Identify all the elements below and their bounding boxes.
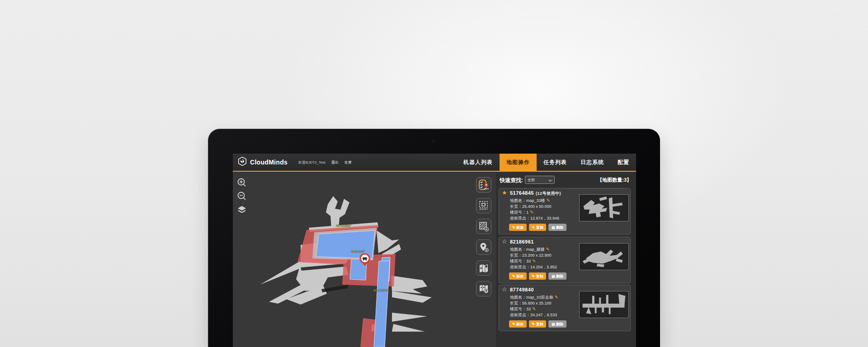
origin-field: 坐标原点：12.874，33.946 — [510, 216, 559, 221]
pencil-icon: ✎ — [512, 274, 515, 278]
tab-log-system[interactable]: 日志系统 — [574, 154, 611, 171]
map-thumbnail[interactable] — [579, 291, 629, 318]
delete-icon: ▤ — [552, 274, 555, 278]
map-name-field: 地图名：map_33楼✎ — [510, 198, 550, 204]
delete-button[interactable]: ▤删除 — [548, 224, 566, 231]
edit-pencil-icon[interactable]: ✎ — [532, 306, 536, 311]
robot-position-marker[interactable] — [359, 253, 371, 267]
pencil-icon: ✎ — [532, 322, 535, 326]
add-poi-icon[interactable] — [476, 239, 491, 255]
map-card[interactable]: ★ 51764845(12号使用中) 地图名：map_33楼✎ 长宽：25.40… — [499, 188, 631, 234]
size-field: 长宽：23.200 x 22.900 — [510, 253, 552, 258]
tab-map-operations[interactable]: 地图操作 — [500, 154, 537, 171]
logout-link[interactable]: 退出 — [331, 160, 339, 165]
map-controls — [236, 177, 247, 215]
pencil-icon: ✎ — [532, 274, 535, 278]
card-actions: ✎修改 ✎复制 ▤删除 — [509, 320, 566, 328]
edit-pencil-icon[interactable]: ✎ — [546, 247, 550, 252]
measure-region-icon[interactable] — [476, 198, 491, 213]
area-label: 40.519m² — [336, 224, 351, 228]
filter-select[interactable]: 全部 — [525, 176, 555, 184]
quick-find-label: 快速查找: — [500, 177, 523, 184]
map-canvas[interactable]: 40.519m² 8.614m² 80.215m² — [233, 173, 495, 347]
card-actions: ✎修改 ✎复制 ▤删除 — [509, 224, 566, 231]
map-thumbnail[interactable] — [579, 243, 629, 270]
floor-field: 楼层号：33✎ — [510, 306, 536, 312]
main-area: 40.519m² 8.614m² 80.215m² — [233, 173, 636, 347]
fullscreen-link[interactable]: 全屏 — [344, 160, 352, 165]
app-header: CloudMinds 欢迎BJDT2_Test 退出 全屏 机器人列表 地图操作… — [233, 154, 636, 172]
size-field: 长宽：56.600 x 25.100 — [510, 300, 552, 306]
filter-selected-value: 全部 — [528, 178, 535, 183]
star-icon[interactable]: ☆ — [502, 238, 507, 245]
map-toolbar — [476, 177, 491, 296]
edit-pencil-icon[interactable]: ✎ — [555, 295, 558, 300]
map-id: 82186961 — [510, 239, 534, 244]
star-icon[interactable]: ☆ — [502, 286, 507, 293]
delete-button[interactable]: ▤删除 — [548, 320, 566, 328]
webcam-dot — [432, 140, 435, 142]
draw-region-add-icon[interactable] — [476, 219, 491, 234]
modify-button[interactable]: ✎修改 — [509, 224, 527, 231]
map-name-field: 地图名：map_33层走廊✎ — [510, 295, 558, 300]
origin-field: 坐标原点：14.204，5.952 — [510, 264, 557, 270]
brand: CloudMinds — [237, 156, 288, 168]
modify-button[interactable]: ✎修改 — [509, 320, 527, 328]
edit-pencil-icon[interactable]: ✎ — [530, 210, 533, 215]
map-id: 51764845(12号使用中) — [510, 190, 561, 197]
map-thumbnail[interactable] — [579, 194, 629, 221]
chevron-down-icon — [548, 176, 552, 184]
size-field: 长宽：25.400 x 50.000 — [510, 204, 552, 210]
map-id: 87749840 — [510, 287, 534, 292]
origin-field: 坐标原点：34.247，8.533 — [510, 312, 557, 318]
delete-button[interactable]: ▤删除 — [548, 272, 566, 280]
map-list-panel: 快速查找: 全部 【地图数量:3】 ★ 51764845(12号使用中) 地图名… — [496, 173, 636, 347]
welcome-text: 欢迎BJDT2_Test — [298, 160, 326, 165]
delete-icon: ▤ — [552, 322, 555, 326]
map-marker-icon[interactable] — [476, 260, 491, 276]
area-label: 80.215m² — [373, 288, 389, 292]
in-use-badge: (12号使用中) — [536, 191, 561, 196]
quick-find-row: 快速查找: 全部 【地图数量:3】 — [496, 173, 636, 186]
tab-task-list[interactable]: 任务列表 — [537, 154, 574, 171]
floor-field: 楼层号：33✎ — [510, 258, 536, 264]
delete-icon: ▤ — [552, 225, 555, 230]
zoom-out-icon[interactable] — [236, 191, 247, 202]
pencil-icon: ✎ — [532, 225, 535, 230]
app-screen: CloudMinds 欢迎BJDT2_Test 退出 全屏 机器人列表 地图操作… — [233, 154, 636, 347]
zoom-in-icon[interactable] — [236, 177, 247, 188]
nav-tabs: 机器人列表 地图操作 任务列表 日志系统 配置 — [457, 154, 636, 171]
pencil-icon: ✎ — [512, 225, 515, 230]
edit-pencil-icon[interactable]: ✎ — [532, 258, 536, 263]
map-card[interactable]: ☆ 87749840 地图名：map_33层走廊✎ 长宽：56.600 x 25… — [499, 285, 631, 331]
edit-pencil-icon[interactable]: ✎ — [547, 198, 550, 203]
map-upload-icon[interactable] — [476, 281, 491, 296]
copy-button[interactable]: ✎复制 — [529, 272, 547, 280]
floor-field: 楼层号：1✎ — [510, 210, 533, 216]
copy-button[interactable]: ✎复制 — [529, 320, 547, 328]
map-name-field: 地图名：map_腿腿✎ — [510, 247, 550, 253]
map-card[interactable]: ☆ 82186961 地图名：map_腿腿✎ 长宽：23.200 x 22.90… — [499, 237, 631, 283]
cloudminds-logo-icon — [237, 156, 247, 168]
poi-checklist-icon[interactable] — [476, 177, 491, 192]
layers-icon[interactable] — [236, 204, 247, 215]
tab-settings[interactable]: 配置 — [611, 154, 636, 171]
map-count-label: 【地图数量:3】 — [597, 177, 632, 183]
modify-button[interactable]: ✎修改 — [509, 272, 527, 280]
brand-name: CloudMinds — [250, 159, 288, 166]
tab-robot-list[interactable]: 机器人列表 — [457, 154, 500, 171]
pencil-icon: ✎ — [512, 322, 515, 326]
welcome-group: 欢迎BJDT2_Test 退出 全屏 — [298, 160, 352, 165]
copy-button[interactable]: ✎复制 — [529, 224, 547, 231]
card-actions: ✎修改 ✎复制 ▤删除 — [509, 272, 566, 280]
star-icon[interactable]: ★ — [502, 189, 507, 196]
